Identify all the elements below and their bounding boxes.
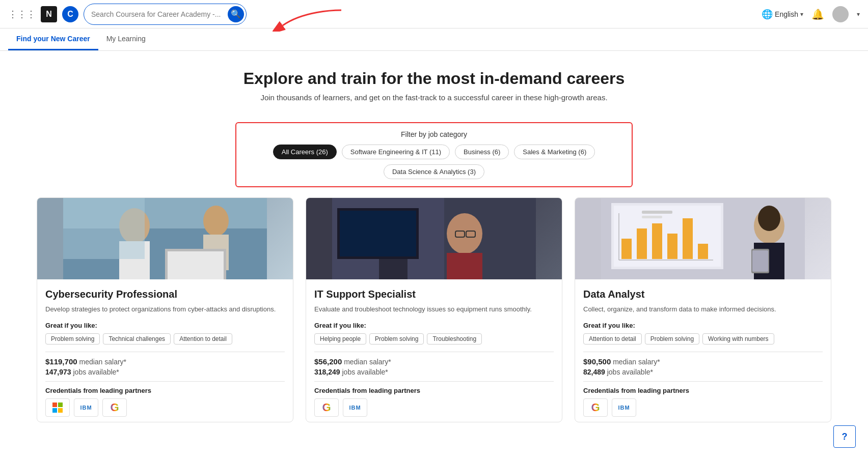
card-title-cybersecurity: Cybersecurity Professional: [45, 289, 285, 300]
svg-rect-31: [642, 211, 672, 214]
hero-subtitle: Join thousands of learners, and get on t…: [10, 93, 858, 102]
tab-my-learning[interactable]: My Learning: [98, 28, 154, 50]
card-divider-data: [583, 352, 823, 352]
card-divider-it: [314, 352, 554, 352]
card-jobs-cybersecurity: 147,973 jobs available*: [45, 368, 285, 376]
card-partners-label-cybersecurity: Credentials from leading partners: [45, 387, 285, 394]
card-like-label-cybersecurity: Great if you like:: [45, 322, 285, 329]
card-like-label-data: Great if you like:: [583, 322, 823, 329]
card-salary-cybersecurity: $119,700 median salary*: [45, 357, 285, 366]
partner-logo-ibm-data: IBM: [612, 398, 636, 417]
grid-icon[interactable]: ⋮⋮⋮: [8, 9, 36, 20]
card-divider-2: [45, 381, 285, 382]
card-jobs-it: 318,249 jobs available*: [314, 368, 554, 376]
card-data-analyst: Data Analyst Collect, organize, and tran…: [575, 197, 831, 422]
svg-rect-9: [63, 198, 145, 259]
tag-troubleshooting: Troubleshooting: [427, 333, 482, 344]
header: ⋮⋮⋮ N C 🔍 🌐: [0, 0, 868, 28]
partner-logos-data: G IBM: [583, 398, 823, 417]
card-divider: [45, 352, 285, 352]
svg-rect-19: [340, 211, 416, 256]
partner-logo-microsoft: [45, 398, 70, 417]
chip-all-careers[interactable]: All Careers (26): [273, 145, 337, 159]
tag-list-cybersecurity: Problem solving Technical challenges Att…: [45, 333, 285, 344]
search-bar: 🔍: [84, 4, 247, 25]
coursera-logo[interactable]: C: [62, 6, 78, 22]
tag-list-data: Attention to detail Problem solving Work…: [583, 333, 823, 344]
card-partners-label-it: Credentials from leading partners: [314, 387, 554, 394]
svg-rect-23: [621, 239, 632, 259]
partner-logos-cybersecurity: IBM G: [45, 398, 285, 417]
nav-tabs: Find your New Career My Learning: [0, 28, 868, 51]
partner-logo-google-data: G: [583, 398, 608, 417]
card-cybersecurity: Cybersecurity Professional Develop strat…: [37, 197, 293, 422]
svg-point-35: [758, 206, 780, 231]
profile-chevron-icon[interactable]: ▾: [857, 11, 860, 18]
card-salary-it: $56,200 median salary*: [314, 357, 554, 366]
card-title-data: Data Analyst: [583, 289, 823, 300]
card-divider-it-2: [314, 381, 554, 382]
tag-problem-solving: Problem solving: [45, 333, 100, 344]
filter-label: Filter by job category: [247, 130, 621, 138]
card-image-data: [575, 198, 831, 279]
svg-rect-28: [698, 244, 708, 259]
globe-icon: 🌐: [762, 9, 773, 20]
chip-sales-marketing[interactable]: Sales & Marketing (6): [514, 145, 595, 159]
card-image-cybersecurity: [37, 198, 293, 279]
tab-find-career[interactable]: Find your New Career: [8, 28, 98, 50]
tag-list-it: Helping people Problem solving Troublesh…: [314, 333, 554, 344]
tag-working-with-numbers: Working with numbers: [702, 333, 774, 344]
svg-rect-25: [652, 223, 662, 259]
card-like-label-it: Great if you like:: [314, 322, 554, 329]
card-body-data: Data Analyst Collect, organize, and tran…: [575, 279, 831, 422]
header-right: 🌐 English ▾ 🔔 ▾: [762, 6, 860, 22]
svg-point-5: [203, 206, 229, 236]
card-desc-cybersecurity: Develop strategies to protect organizati…: [45, 304, 285, 314]
card-salary-data: $90,500 median salary*: [583, 357, 823, 366]
card-jobs-data: 82,489 jobs available*: [583, 368, 823, 376]
tag-technical-challenges: Technical challenges: [103, 333, 171, 344]
tag-attention-to-detail: Attention to detail: [174, 333, 232, 344]
card-body-it: IT Support Specialist Evaluate and troub…: [306, 279, 562, 422]
header-left: ⋮⋮⋮ N C 🔍: [8, 4, 247, 25]
language-selector[interactable]: 🌐 English ▾: [762, 9, 803, 20]
card-desc-data: Collect, organize, and transform data to…: [583, 304, 823, 314]
card-partners-label-data: Credentials from leading partners: [583, 387, 823, 394]
cards-grid: Cybersecurity Professional Develop strat…: [31, 197, 837, 433]
tag-helping-people: Helping people: [314, 333, 366, 344]
svg-rect-8: [168, 251, 224, 279]
chip-business[interactable]: Business (6): [455, 145, 509, 159]
chip-software-engineering[interactable]: Software Engineering & IT (11): [342, 145, 450, 159]
card-it-support: IT Support Specialist Evaluate and troub…: [306, 197, 562, 422]
language-label: English: [775, 10, 798, 18]
avatar[interactable]: [832, 6, 849, 22]
card-body-cybersecurity: Cybersecurity Professional Develop strat…: [37, 279, 293, 422]
card-desc-it: Evaluate and troubleshoot technology iss…: [314, 304, 554, 314]
partner-logo-ibm: IBM: [74, 398, 98, 417]
tag-problem-solving-it: Problem solving: [369, 333, 424, 344]
svg-rect-24: [637, 228, 647, 259]
card-title-it: IT Support Specialist: [314, 289, 554, 300]
search-input[interactable]: [91, 10, 228, 18]
partner-logo-google: G: [102, 398, 127, 417]
notifications-icon[interactable]: 🔔: [811, 8, 824, 20]
svg-rect-13: [447, 253, 482, 279]
tag-problem-solving-data: Problem solving: [645, 333, 699, 344]
svg-rect-32: [642, 216, 662, 218]
partner-logos-it: G IBM: [314, 398, 554, 417]
svg-rect-37: [752, 250, 768, 272]
card-divider-data-2: [583, 381, 823, 382]
tag-attention-detail-data: Attention to detail: [583, 333, 642, 344]
search-button[interactable]: 🔍: [228, 6, 244, 22]
partner-logo-google-it: G: [314, 398, 339, 417]
svg-rect-27: [683, 218, 693, 259]
svg-rect-26: [667, 234, 677, 259]
card-image-it: [306, 198, 562, 279]
chip-data-science[interactable]: Data Science & Analytics (3): [384, 164, 484, 179]
hero-title: Explore and train for the most in-demand…: [10, 69, 858, 88]
notion-logo[interactable]: N: [41, 6, 57, 22]
filter-chips: All Careers (26) Software Engineering & …: [247, 145, 621, 179]
chevron-down-icon: ▾: [800, 11, 803, 18]
help-button[interactable]: ?: [833, 425, 856, 443]
partner-logo-ibm-it: IBM: [343, 398, 367, 417]
